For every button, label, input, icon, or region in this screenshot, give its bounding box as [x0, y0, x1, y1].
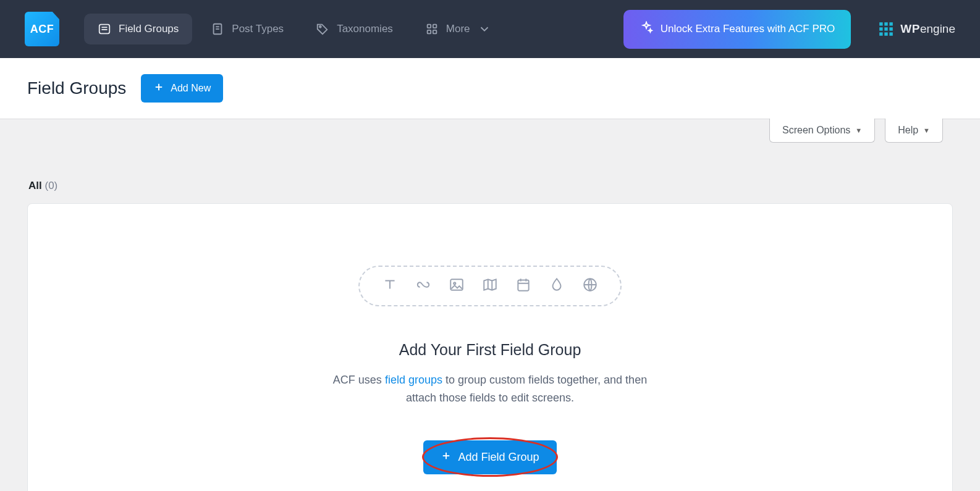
page-title: Field Groups	[27, 78, 126, 98]
nav-label: Taxonomies	[337, 23, 393, 35]
wpengine-wp: WP	[900, 22, 920, 35]
filter-all-count: (0)	[44, 180, 57, 191]
svg-rect-13	[890, 22, 893, 25]
svg-rect-7	[428, 25, 431, 28]
desc-prefix: ACF uses	[333, 374, 385, 386]
nav-item-post-types[interactable]: Post Types	[197, 14, 297, 44]
empty-state-description: ACF uses field groups to group custom fi…	[317, 371, 663, 407]
status-filters: All (0)	[0, 143, 980, 203]
pro-label: Unlock Extra Features with ACF PRO	[661, 23, 835, 35]
cta-wrap: Add Field Group	[423, 440, 556, 474]
map-icon	[482, 277, 498, 295]
post-icon	[211, 22, 224, 36]
chevron-down-icon	[478, 22, 491, 36]
add-new-button[interactable]: Add New	[141, 74, 223, 103]
field-groups-link[interactable]: field groups	[385, 374, 442, 386]
wpengine-logo: WPengine	[878, 21, 955, 37]
text-icon	[382, 277, 398, 295]
nav-label: More	[446, 23, 470, 35]
svg-rect-8	[433, 25, 437, 28]
svg-rect-10	[433, 30, 437, 34]
globe-icon	[582, 277, 598, 295]
svg-rect-18	[885, 32, 888, 35]
nav-item-taxonomies[interactable]: Taxonomies	[302, 14, 407, 44]
plus-icon	[153, 82, 164, 95]
list-icon	[98, 22, 111, 36]
svg-rect-16	[890, 27, 893, 30]
caret-down-icon: ▼	[855, 127, 862, 134]
help-label: Help	[898, 125, 918, 136]
infinity-icon	[415, 277, 431, 295]
grid-icon	[425, 22, 439, 36]
top-nav: ACF Field Groups Post Types Taxonomies M…	[0, 0, 980, 58]
svg-rect-11	[879, 22, 882, 25]
add-new-label: Add New	[171, 83, 211, 94]
options-row: Screen Options ▼ Help ▼	[0, 119, 980, 143]
caret-down-icon: ▼	[923, 127, 930, 134]
svg-rect-15	[885, 27, 888, 30]
page-header: Field Groups Add New	[0, 58, 980, 119]
add-field-group-label: Add Field Group	[458, 451, 539, 464]
screen-options-label: Screen Options	[782, 125, 850, 136]
add-field-group-button[interactable]: Add Field Group	[423, 440, 556, 474]
nav-item-field-groups[interactable]: Field Groups	[84, 14, 192, 44]
empty-state-card: Add Your First Field Group ACF uses fiel…	[27, 203, 953, 491]
unlock-pro-button[interactable]: Unlock Extra Features with ACF PRO	[623, 10, 851, 49]
wpengine-icon	[878, 21, 894, 37]
nav-item-more[interactable]: More	[412, 14, 505, 44]
wpengine-engine: engine	[920, 22, 955, 35]
tag-icon	[316, 22, 329, 36]
empty-state-title: Add Your First Field Group	[399, 341, 581, 359]
droplet-icon	[549, 277, 565, 295]
svg-point-23	[454, 282, 455, 284]
plus-icon	[441, 450, 452, 464]
desc-suffix: to group custom fields together, and the…	[406, 374, 647, 404]
acf-logo-text: ACF	[30, 23, 54, 36]
nav-items: Field Groups Post Types Taxonomies More	[84, 14, 505, 44]
svg-rect-12	[885, 22, 888, 25]
image-icon	[449, 277, 465, 295]
field-type-icons-pill	[358, 266, 622, 306]
acf-logo: ACF	[25, 12, 59, 46]
svg-rect-14	[879, 27, 882, 30]
calendar-icon	[515, 277, 531, 295]
filter-all[interactable]: All (0)	[28, 180, 57, 191]
nav-label: Field Groups	[119, 23, 179, 35]
svg-rect-9	[428, 30, 431, 34]
svg-rect-19	[890, 32, 893, 35]
nav-label: Post Types	[232, 23, 284, 35]
sparkle-icon	[640, 21, 653, 38]
filter-all-label: All	[28, 180, 42, 191]
svg-point-6	[319, 26, 321, 28]
svg-rect-17	[879, 32, 882, 35]
svg-rect-24	[518, 280, 528, 290]
svg-rect-22	[450, 279, 463, 290]
screen-options-tab[interactable]: Screen Options ▼	[769, 119, 875, 143]
help-tab[interactable]: Help ▼	[885, 119, 943, 143]
